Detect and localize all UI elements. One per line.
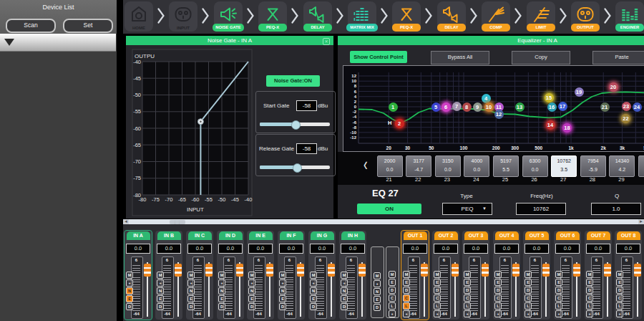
svg-text:-75: -75 bbox=[133, 175, 141, 181]
svg-text:500: 500 bbox=[535, 145, 542, 150]
svg-text:300: 300 bbox=[511, 145, 519, 150]
svg-text:-65: -65 bbox=[178, 196, 186, 203]
svg-text:-10: -10 bbox=[350, 130, 356, 135]
svg-text:10: 10 bbox=[351, 79, 356, 83]
svg-text:0: 0 bbox=[354, 105, 357, 109]
svg-text:-50: -50 bbox=[218, 196, 226, 203]
svg-text:12: 12 bbox=[351, 74, 356, 78]
svg-text:-60: -60 bbox=[133, 125, 141, 132]
svg-text:-75: -75 bbox=[152, 196, 160, 203]
svg-text:-55: -55 bbox=[133, 108, 141, 115]
svg-text:-2: -2 bbox=[353, 110, 357, 114]
svg-text:-12: -12 bbox=[350, 135, 356, 140]
svg-text:4: 4 bbox=[354, 95, 357, 99]
svg-text:8: 8 bbox=[354, 84, 357, 88]
svg-text:100: 100 bbox=[460, 145, 468, 150]
svg-text:1k: 1k bbox=[568, 145, 574, 150]
svg-text:2k: 2k bbox=[601, 145, 607, 150]
svg-text:-4: -4 bbox=[353, 115, 357, 119]
svg-text:-6: -6 bbox=[353, 120, 357, 125]
svg-text:50: 50 bbox=[429, 145, 434, 150]
svg-text:-70: -70 bbox=[133, 158, 141, 165]
svg-text:2: 2 bbox=[354, 100, 357, 104]
svg-text:-70: -70 bbox=[165, 196, 173, 203]
svg-text:OUTPU: OUTPU bbox=[135, 53, 155, 59]
svg-text:-50: -50 bbox=[133, 92, 141, 98]
svg-text:30: 30 bbox=[405, 145, 411, 150]
svg-text:3k: 3k bbox=[620, 145, 625, 150]
svg-text:-60: -60 bbox=[192, 196, 200, 203]
svg-text:-55: -55 bbox=[205, 196, 213, 203]
svg-text:-45: -45 bbox=[133, 75, 141, 82]
svg-text:-40: -40 bbox=[245, 196, 253, 203]
svg-text:-8: -8 bbox=[353, 125, 357, 130]
svg-text:6: 6 bbox=[354, 90, 357, 94]
svg-text:200: 200 bbox=[492, 145, 500, 150]
svg-text:-45: -45 bbox=[231, 196, 239, 203]
svg-text:-80: -80 bbox=[133, 192, 141, 198]
svg-text:INPUT: INPUT bbox=[187, 206, 204, 213]
svg-text:20: 20 bbox=[386, 145, 392, 150]
svg-text:-65: -65 bbox=[133, 142, 141, 148]
